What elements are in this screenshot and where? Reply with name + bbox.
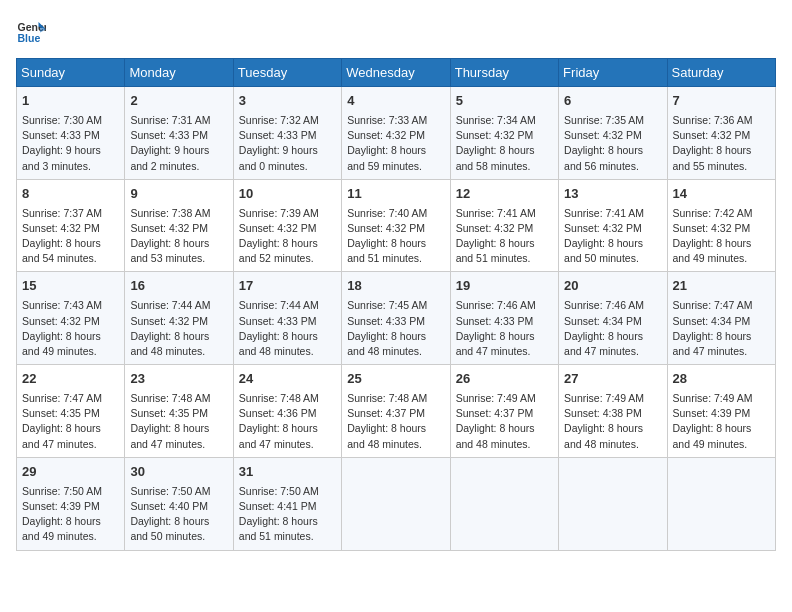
day-cell-16: 16Sunrise: 7:44 AMSunset: 4:32 PMDayligh…: [125, 272, 233, 365]
day-info-line: Sunrise: 7:49 AM: [673, 391, 770, 406]
day-number: 22: [22, 370, 119, 389]
day-info-line: Sunrise: 7:36 AM: [673, 113, 770, 128]
week-row-4: 22Sunrise: 7:47 AMSunset: 4:35 PMDayligh…: [17, 365, 776, 458]
day-info-line: Daylight: 9 hours: [22, 143, 119, 158]
day-info-line: Daylight: 8 hours: [22, 421, 119, 436]
day-cell-21: 21Sunrise: 7:47 AMSunset: 4:34 PMDayligh…: [667, 272, 775, 365]
day-info-line: and 48 minutes.: [564, 437, 661, 452]
page-header: General Blue: [16, 16, 776, 46]
day-cell-19: 19Sunrise: 7:46 AMSunset: 4:33 PMDayligh…: [450, 272, 558, 365]
day-info-line: Sunrise: 7:39 AM: [239, 206, 336, 221]
day-info-line: and 58 minutes.: [456, 159, 553, 174]
svg-text:Blue: Blue: [18, 32, 41, 44]
day-info-line: Sunset: 4:32 PM: [564, 221, 661, 236]
day-info-line: Sunrise: 7:38 AM: [130, 206, 227, 221]
day-number: 11: [347, 185, 444, 204]
day-info-line: Daylight: 8 hours: [22, 236, 119, 251]
day-info-line: Sunrise: 7:32 AM: [239, 113, 336, 128]
weekday-header-tuesday: Tuesday: [233, 59, 341, 87]
day-info-line: and 2 minutes.: [130, 159, 227, 174]
day-cell-23: 23Sunrise: 7:48 AMSunset: 4:35 PMDayligh…: [125, 365, 233, 458]
day-number: 29: [22, 463, 119, 482]
day-info-line: Daylight: 8 hours: [347, 329, 444, 344]
day-info-line: Sunset: 4:32 PM: [130, 221, 227, 236]
day-info-line: Sunset: 4:33 PM: [22, 128, 119, 143]
day-number: 18: [347, 277, 444, 296]
day-info-line: and 47 minutes.: [130, 437, 227, 452]
week-row-3: 15Sunrise: 7:43 AMSunset: 4:32 PMDayligh…: [17, 272, 776, 365]
day-info-line: Sunset: 4:35 PM: [22, 406, 119, 421]
day-info-line: Sunrise: 7:50 AM: [22, 484, 119, 499]
day-info-line: Daylight: 8 hours: [130, 421, 227, 436]
day-info-line: and 55 minutes.: [673, 159, 770, 174]
day-number: 17: [239, 277, 336, 296]
day-number: 25: [347, 370, 444, 389]
day-info-line: Sunrise: 7:30 AM: [22, 113, 119, 128]
day-info-line: and 47 minutes.: [456, 344, 553, 359]
day-info-line: Sunrise: 7:49 AM: [456, 391, 553, 406]
day-info-line: and 59 minutes.: [347, 159, 444, 174]
day-info-line: Daylight: 8 hours: [130, 236, 227, 251]
logo-icon: General Blue: [16, 16, 46, 46]
calendar-table: SundayMondayTuesdayWednesdayThursdayFrid…: [16, 58, 776, 551]
day-info-line: Sunrise: 7:44 AM: [239, 298, 336, 313]
day-info-line: and 51 minutes.: [347, 251, 444, 266]
day-cell-6: 6Sunrise: 7:35 AMSunset: 4:32 PMDaylight…: [559, 87, 667, 180]
day-cell-20: 20Sunrise: 7:46 AMSunset: 4:34 PMDayligh…: [559, 272, 667, 365]
day-info-line: Daylight: 8 hours: [130, 329, 227, 344]
day-cell-30: 30Sunrise: 7:50 AMSunset: 4:40 PMDayligh…: [125, 457, 233, 550]
day-info-line: and 51 minutes.: [239, 529, 336, 544]
day-cell-17: 17Sunrise: 7:44 AMSunset: 4:33 PMDayligh…: [233, 272, 341, 365]
day-info-line: and 51 minutes.: [456, 251, 553, 266]
day-info-line: Sunrise: 7:49 AM: [564, 391, 661, 406]
day-number: 19: [456, 277, 553, 296]
empty-cell: [342, 457, 450, 550]
day-cell-27: 27Sunrise: 7:49 AMSunset: 4:38 PMDayligh…: [559, 365, 667, 458]
day-cell-4: 4Sunrise: 7:33 AMSunset: 4:32 PMDaylight…: [342, 87, 450, 180]
day-info-line: Sunrise: 7:47 AM: [673, 298, 770, 313]
day-info-line: Sunset: 4:33 PM: [239, 128, 336, 143]
day-info-line: and 49 minutes.: [22, 529, 119, 544]
day-number: 30: [130, 463, 227, 482]
day-number: 10: [239, 185, 336, 204]
day-info-line: Sunrise: 7:33 AM: [347, 113, 444, 128]
day-info-line: Sunset: 4:32 PM: [456, 128, 553, 143]
day-info-line: Sunset: 4:33 PM: [130, 128, 227, 143]
day-number: 14: [673, 185, 770, 204]
day-info-line: and 49 minutes.: [22, 344, 119, 359]
day-info-line: Sunrise: 7:48 AM: [130, 391, 227, 406]
day-info-line: and 56 minutes.: [564, 159, 661, 174]
day-cell-15: 15Sunrise: 7:43 AMSunset: 4:32 PMDayligh…: [17, 272, 125, 365]
day-info-line: Daylight: 8 hours: [347, 421, 444, 436]
day-info-line: Daylight: 8 hours: [239, 514, 336, 529]
day-cell-8: 8Sunrise: 7:37 AMSunset: 4:32 PMDaylight…: [17, 179, 125, 272]
day-info-line: Sunset: 4:32 PM: [673, 221, 770, 236]
day-info-line: Sunrise: 7:47 AM: [22, 391, 119, 406]
empty-cell: [667, 457, 775, 550]
logo: General Blue: [16, 16, 50, 46]
day-info-line: Sunset: 4:32 PM: [130, 314, 227, 329]
weekday-header-friday: Friday: [559, 59, 667, 87]
day-info-line: Sunset: 4:32 PM: [564, 128, 661, 143]
day-info-line: and 49 minutes.: [673, 437, 770, 452]
day-info-line: Sunset: 4:33 PM: [239, 314, 336, 329]
day-info-line: Daylight: 8 hours: [22, 514, 119, 529]
day-cell-11: 11Sunrise: 7:40 AMSunset: 4:32 PMDayligh…: [342, 179, 450, 272]
day-info-line: Sunset: 4:32 PM: [456, 221, 553, 236]
day-cell-18: 18Sunrise: 7:45 AMSunset: 4:33 PMDayligh…: [342, 272, 450, 365]
day-info-line: Sunset: 4:40 PM: [130, 499, 227, 514]
day-info-line: Sunrise: 7:40 AM: [347, 206, 444, 221]
day-cell-2: 2Sunrise: 7:31 AMSunset: 4:33 PMDaylight…: [125, 87, 233, 180]
day-number: 28: [673, 370, 770, 389]
day-info-line: Sunrise: 7:50 AM: [130, 484, 227, 499]
week-row-5: 29Sunrise: 7:50 AMSunset: 4:39 PMDayligh…: [17, 457, 776, 550]
day-cell-5: 5Sunrise: 7:34 AMSunset: 4:32 PMDaylight…: [450, 87, 558, 180]
day-cell-26: 26Sunrise: 7:49 AMSunset: 4:37 PMDayligh…: [450, 365, 558, 458]
day-info-line: Sunrise: 7:41 AM: [456, 206, 553, 221]
day-info-line: and 47 minutes.: [564, 344, 661, 359]
day-info-line: Sunset: 4:32 PM: [347, 221, 444, 236]
day-info-line: and 47 minutes.: [239, 437, 336, 452]
day-cell-10: 10Sunrise: 7:39 AMSunset: 4:32 PMDayligh…: [233, 179, 341, 272]
day-info-line: Daylight: 8 hours: [673, 236, 770, 251]
day-info-line: Daylight: 9 hours: [130, 143, 227, 158]
